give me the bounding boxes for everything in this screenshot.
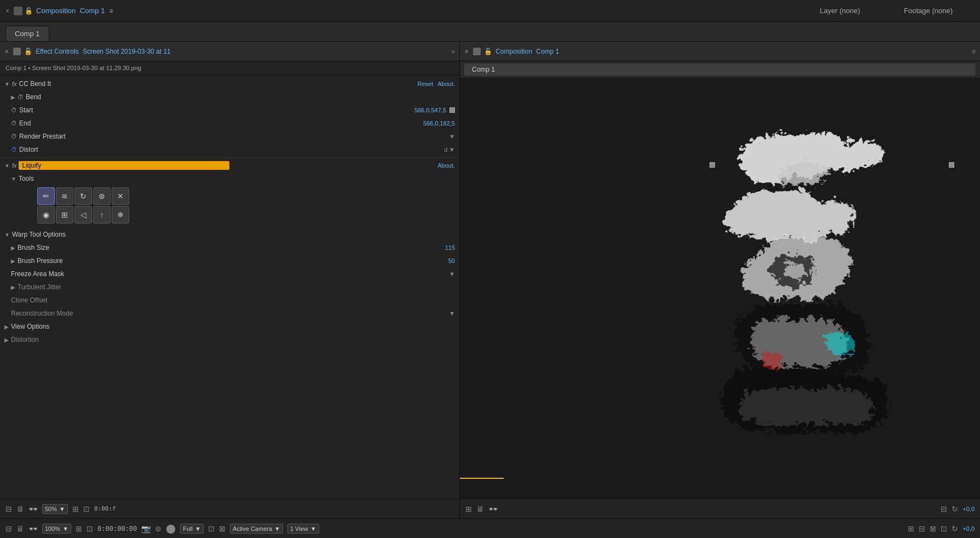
frame-icon-bottom[interactable]: ⊡	[87, 524, 93, 533]
layout2-icon[interactable]: ⊠	[930, 524, 936, 533]
monitor-icon[interactable]: 🖥	[16, 505, 24, 513]
panel-close-icon[interactable]: ×	[4, 47, 9, 56]
freeze-area-dropdown[interactable]: ▼	[449, 271, 455, 277]
timecode-display: 0:00:f	[94, 505, 116, 512]
reconstruction-dropdown[interactable]: ▼	[449, 310, 455, 317]
distort-stopwatch[interactable]: ⏱	[11, 146, 17, 153]
pucker-tool-btn[interactable]: ⊛	[93, 187, 111, 205]
main-area: × 🔓 Effect Controls Screen Shot 2019-03-…	[0, 42, 980, 518]
select-icon[interactable]: ⊞	[72, 505, 79, 513]
panel-expand-icon[interactable]: »	[451, 48, 455, 55]
effect-controls-label: Effect Controls	[36, 48, 78, 55]
lock-icon: 🔓	[25, 7, 33, 15]
frame-icon[interactable]: ⊡	[83, 505, 90, 513]
layer-section: Layer (none)	[820, 7, 860, 15]
left-panel-toolbar: ⊟ 🖥 👓 50% ▼ ⊞ ⊡ 0:00:f	[0, 499, 459, 518]
bloat-tool-btn[interactable]: ✕	[112, 187, 129, 205]
effect-content[interactable]: ▼ fx CC Bend It Reset About. ▶ ⏱ Bend ⏱ …	[0, 75, 459, 499]
comp-viewer[interactable]	[460, 78, 980, 499]
view-options-label: View Options	[11, 323, 455, 330]
reconstruct-tool-btn[interactable]: ↑	[93, 206, 111, 224]
tools-row: ▼ Tools	[0, 172, 459, 185]
comp-menu-icon[interactable]: ≡	[972, 48, 976, 55]
mirror-tool-btn[interactable]: ⊞	[56, 206, 73, 224]
warp-tool-btn[interactable]: ✏	[37, 187, 55, 205]
zoom-value: 50%	[45, 506, 57, 512]
view-mode-dropdown[interactable]: 1 View ▼	[287, 524, 319, 534]
tools-grid: ✏ ≋ ↻ ⊛ ✕ ◉ ⊞ ◁ ↑ ❄	[0, 185, 459, 226]
camera-icon[interactable]: 📷	[141, 524, 151, 533]
brush-pressure-value[interactable]: 50	[448, 257, 455, 264]
distortion-row: ▶ Distortion	[0, 333, 459, 346]
comp1-tab[interactable]: Comp 1	[5, 26, 49, 41]
tools-label: Tools	[19, 175, 455, 182]
composition-viewer-panel: × 🔓 Composition Comp 1 ≡ Comp 1	[460, 42, 980, 518]
expand-icon[interactable]: ⊞	[908, 524, 914, 533]
end-stopwatch[interactable]: ⏱	[11, 120, 17, 127]
start-stopwatch[interactable]: ⏱	[11, 107, 17, 113]
rotate-icon-bottom[interactable]: ↻	[952, 524, 958, 533]
liquify-arrow[interactable]: ▼	[4, 163, 10, 169]
zoom-full-chevron: ▼	[62, 525, 68, 532]
vr-icon[interactable]: 👓	[28, 505, 38, 513]
tools-arrow[interactable]: ▼	[11, 176, 16, 182]
turbulent-jitter-row: ▶ Turbulent Jitter	[0, 281, 459, 294]
active-camera-dropdown[interactable]: Active Camera ▼	[230, 524, 283, 534]
layout-icon[interactable]: ⊟	[941, 505, 947, 513]
timeline-icon[interactable]: ⊟	[5, 505, 12, 513]
channels-icon[interactable]: ⊡	[208, 524, 215, 533]
composition-artwork	[624, 106, 953, 434]
quality-dropdown[interactable]: Full ▼	[180, 524, 204, 534]
exposure-icon[interactable]: ⊠	[219, 524, 226, 533]
vr-icon-bottom[interactable]: 👓	[28, 524, 38, 533]
render-prestart-dropdown[interactable]: ▼	[449, 133, 455, 140]
end-value[interactable]: 566,0,182,5	[423, 120, 455, 127]
top-bar: × 🔓 Composition Comp 1 ≡ Layer (none) Fo…	[0, 0, 980, 22]
cc-bend-it-reset[interactable]: Reset	[417, 81, 433, 87]
start-keyframe-marker	[449, 107, 455, 113]
twirl-tool-btn[interactable]: ↻	[74, 187, 92, 205]
comp-close-icon[interactable]: ×	[464, 47, 469, 56]
reflect-tool-btn[interactable]: ◁	[74, 206, 92, 224]
distort-dropdown[interactable]: d ▼	[444, 146, 455, 153]
cc-bend-it-arrow[interactable]: ▼	[4, 81, 10, 87]
subtitle-text: Comp 1 • Screen Shot 2019-03-30 at 11.29…	[5, 65, 141, 71]
rotate-icon[interactable]: ↻	[952, 505, 958, 513]
close-icon[interactable]: ×	[5, 7, 9, 15]
freeze-tool-btn[interactable]: ❄	[112, 206, 129, 224]
color-icon[interactable]: ⬤	[166, 523, 176, 534]
view-mode-label: 1 View	[290, 525, 308, 532]
select-icon-bottom[interactable]: ⊞	[76, 524, 82, 533]
vr-icon-right[interactable]: 👓	[488, 505, 498, 513]
motion-icon[interactable]: ⊚	[155, 524, 162, 533]
brush-pressure-arrow[interactable]: ▶	[11, 258, 15, 264]
brush-size-arrow[interactable]: ▶	[11, 245, 15, 251]
comp1-viewer-tab[interactable]: Comp 1	[464, 64, 976, 76]
turbulent-arrow[interactable]: ▶	[11, 284, 15, 290]
menu-icon[interactable]: ≡	[109, 7, 113, 15]
nodes-icon[interactable]: ⊡	[941, 524, 947, 533]
zoom-dropdown-left[interactable]: 50% ▼	[42, 504, 68, 514]
comp-name-in-header: Comp 1	[536, 48, 559, 55]
monitor-icon-bottom[interactable]: 🖥	[16, 524, 24, 533]
brush-size-value[interactable]: 115	[445, 244, 455, 251]
view-options-arrow[interactable]: ▶	[4, 324, 9, 330]
push-tool-btn[interactable]: ◉	[37, 206, 55, 224]
cc-bend-it-label: CC Bend It	[19, 80, 413, 88]
liquify-about[interactable]: About.	[437, 162, 455, 169]
start-value[interactable]: 566,0,547,5	[414, 107, 446, 113]
turbulence-tool-btn[interactable]: ≋	[56, 187, 73, 205]
bend-arrow[interactable]: ▶	[11, 94, 15, 100]
grid-icon[interactable]: ⊞	[465, 505, 472, 513]
cc-bend-it-about[interactable]: About.	[437, 81, 455, 87]
brush-size-label: Brush Size	[18, 244, 445, 251]
monitor-icon-right[interactable]: 🖥	[476, 505, 484, 513]
zoom-dropdown-bottom[interactable]: 100% ▼	[42, 524, 71, 534]
warp-options-arrow[interactable]: ▼	[4, 232, 10, 238]
bend-stopwatch[interactable]: ⏱	[18, 94, 24, 100]
render-stopwatch[interactable]: ⏱	[11, 133, 17, 140]
distortion-arrow[interactable]: ▶	[4, 337, 9, 343]
sync-icon[interactable]: ⊟	[919, 524, 925, 533]
timeline-icon-bottom[interactable]: ⊟	[5, 524, 12, 533]
view-chevron: ▼	[310, 525, 316, 532]
